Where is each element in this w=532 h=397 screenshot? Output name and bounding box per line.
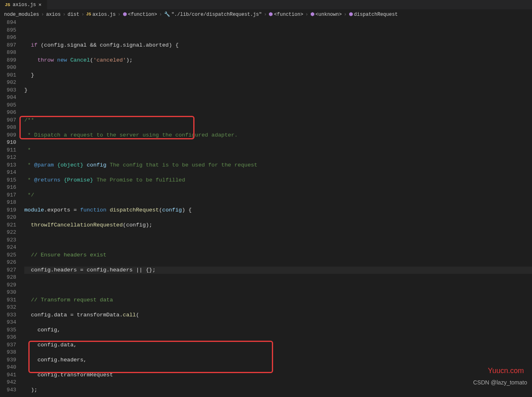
line-number: 930 bbox=[0, 289, 16, 297]
js-file-icon: JS bbox=[5, 2, 10, 7]
js-file-icon: JS bbox=[86, 12, 91, 17]
code-area[interactable]: if (config.signal && config.signal.abort… bbox=[24, 19, 532, 397]
jsdoc-param: config bbox=[87, 162, 107, 168]
crumb-axios[interactable]: axios bbox=[46, 12, 61, 17]
line-number: 895 bbox=[0, 27, 16, 34]
jsdoc: */ bbox=[24, 192, 34, 198]
code-text: config.headers = config.headers || {}; bbox=[31, 267, 156, 273]
line-number: 925 bbox=[0, 252, 16, 259]
crumb-node-modules[interactable]: node_modules bbox=[4, 12, 39, 17]
code-text: (config.signal && config.signal.aborted)… bbox=[37, 42, 178, 48]
line-number: 927 bbox=[0, 267, 16, 274]
code-text: config.data = transformData. bbox=[31, 312, 123, 318]
line-number-gutter: 8948958968978988999009019029039049059069… bbox=[0, 19, 24, 397]
line-number: 894 bbox=[0, 19, 16, 27]
jsdoc: * bbox=[24, 147, 31, 153]
fn-call: call bbox=[123, 312, 136, 318]
line-number: 908 bbox=[0, 124, 16, 132]
close-icon[interactable]: × bbox=[38, 2, 42, 8]
code-text: ); bbox=[126, 57, 132, 63]
jsdoc-type: {object} bbox=[57, 162, 83, 168]
line-number: 915 bbox=[0, 177, 16, 184]
line-number: 941 bbox=[0, 371, 16, 379]
jsdoc: * Dispatch a request to the server using… bbox=[24, 132, 238, 138]
line-number: 943 bbox=[0, 386, 16, 394]
breadcrumb-sep: › bbox=[263, 12, 267, 17]
breadcrumb-sep: › bbox=[117, 12, 121, 17]
watermark-yuucn: Yuucn.com bbox=[488, 367, 524, 375]
crumb-dist[interactable]: dist bbox=[68, 12, 79, 17]
crumb-unknown[interactable]: <unknown> bbox=[316, 12, 342, 17]
var-module: module bbox=[24, 207, 44, 213]
line-number: 911 bbox=[0, 147, 16, 154]
line-number: 905 bbox=[0, 102, 16, 109]
keyword-if: if bbox=[31, 42, 37, 48]
symbol-icon: ⬢ bbox=[349, 11, 353, 17]
line-number: 939 bbox=[0, 356, 16, 364]
string: 'canceled' bbox=[93, 57, 126, 63]
line-number: 906 bbox=[0, 109, 16, 117]
line-number: 916 bbox=[0, 184, 16, 192]
breadcrumb-sep: › bbox=[304, 12, 309, 17]
line-number: 934 bbox=[0, 319, 16, 327]
code-editor[interactable]: 8948958968978988999009019029039049059069… bbox=[0, 19, 532, 397]
fn-name: dispatchRequest bbox=[110, 207, 159, 213]
line-number: 903 bbox=[0, 87, 16, 94]
tab-label: axios.js bbox=[13, 2, 36, 8]
keyword-throw: throw bbox=[37, 57, 54, 63]
wrench-icon: 🔧 bbox=[164, 11, 170, 17]
type-cancel: Cancel bbox=[70, 57, 90, 63]
crumb-path[interactable]: "./lib/core/dispatchRequest.js" bbox=[171, 12, 262, 17]
breadcrumb-sep: › bbox=[343, 12, 347, 17]
crumb-file[interactable]: axios.js bbox=[92, 12, 116, 17]
line-number: 897 bbox=[0, 42, 16, 49]
param: config bbox=[162, 207, 182, 213]
code-text: .exports = bbox=[44, 207, 80, 213]
comment: // Transform request data bbox=[31, 297, 113, 303]
line-number: 936 bbox=[0, 334, 16, 342]
symbol-icon: ⬢ bbox=[269, 11, 273, 17]
line-number: 922 bbox=[0, 229, 16, 237]
line-number: 921 bbox=[0, 222, 16, 229]
line-number: 914 bbox=[0, 169, 16, 177]
line-number: 912 bbox=[0, 154, 16, 162]
brace: } bbox=[31, 72, 34, 78]
line-number: 931 bbox=[0, 297, 16, 304]
line-number: 920 bbox=[0, 214, 16, 222]
tab-bar: JS axios.js × bbox=[0, 0, 532, 10]
line-number: 904 bbox=[0, 94, 16, 102]
line-number: 923 bbox=[0, 237, 16, 244]
line-number: 909 bbox=[0, 132, 16, 139]
comment: // Ensure headers exist bbox=[31, 252, 106, 258]
keyword-new: new bbox=[57, 57, 67, 63]
line-number: 940 bbox=[0, 364, 16, 371]
jsdoc: The config that is to be used for the re… bbox=[107, 162, 258, 168]
tab-axios[interactable]: JS axios.js × bbox=[0, 0, 47, 10]
line-number: 928 bbox=[0, 274, 16, 282]
jsdoc-type: {Promise} bbox=[64, 177, 93, 183]
crumb-dispatch[interactable]: dispatchRequest bbox=[354, 12, 398, 17]
code-text bbox=[107, 207, 110, 213]
line-number: 937 bbox=[0, 342, 16, 349]
jsdoc: * bbox=[24, 162, 34, 168]
breadcrumb-sep: › bbox=[158, 12, 163, 17]
code-text: config, bbox=[37, 327, 60, 333]
code-text: config.headers, bbox=[37, 357, 87, 363]
line-number: 919 bbox=[0, 207, 16, 214]
jsdoc bbox=[54, 162, 57, 168]
fn-call: throwIfCancellationRequested bbox=[31, 222, 123, 228]
crumb-fn1[interactable]: <function> bbox=[128, 12, 157, 17]
jsdoc: /** bbox=[24, 117, 34, 123]
breadcrumb-sep: › bbox=[62, 12, 66, 17]
jsdoc-tag: @returns bbox=[34, 177, 60, 183]
crumb-fn2[interactable]: <function> bbox=[274, 12, 303, 17]
brace: } bbox=[24, 87, 28, 93]
code-text: config.transformRequest bbox=[37, 372, 113, 378]
breadcrumb-sep: › bbox=[81, 12, 85, 17]
line-number: 942 bbox=[0, 379, 16, 386]
line-number: 924 bbox=[0, 244, 16, 252]
line-number: 899 bbox=[0, 57, 16, 64]
line-number: 918 bbox=[0, 199, 16, 207]
symbol-icon: ⬢ bbox=[310, 11, 314, 17]
line-number: 933 bbox=[0, 312, 16, 319]
